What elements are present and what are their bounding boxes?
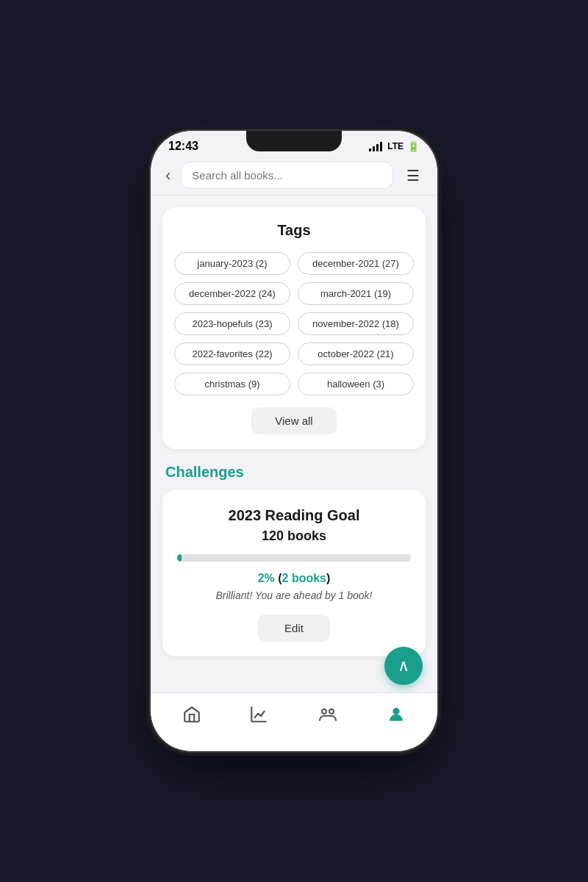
tag-pill[interactable]: november-2022 (18) <box>298 312 414 335</box>
profile-icon <box>387 705 406 728</box>
progress-bar-wrap <box>177 554 411 562</box>
challenge-title: 2023 Reading Goal <box>177 507 411 524</box>
tag-pill[interactable]: halloween (3) <box>298 373 414 395</box>
edit-button[interactable]: Edit <box>258 614 330 642</box>
status-icons: LTE 🔋 <box>369 140 420 152</box>
search-input-wrap <box>181 162 393 189</box>
tag-pill[interactable]: october-2022 (21) <box>298 343 414 365</box>
nav-item-community[interactable] <box>308 700 348 733</box>
nav-item-stats[interactable] <box>240 700 277 733</box>
home-icon <box>182 705 201 728</box>
community-icon <box>317 705 339 728</box>
fab-scroll-top[interactable]: ∧ <box>384 647 423 685</box>
back-button[interactable]: ‹ <box>162 163 173 188</box>
chevron-up-icon: ∧ <box>398 658 409 674</box>
challenge-books: 120 books <box>177 528 411 544</box>
tag-pill[interactable]: march-2021 (19) <box>298 282 414 305</box>
tag-pill[interactable]: december-2022 (24) <box>174 282 290 305</box>
search-input[interactable] <box>192 169 382 182</box>
challenge-card: 2023 Reading Goal 120 books 2% (2 books)… <box>162 490 426 656</box>
tag-pill[interactable]: 2022-favorites (22) <box>174 343 290 365</box>
phone-shell: 12:43 LTE 🔋 ‹ ☰ T <box>151 131 437 751</box>
progress-pct-text: 2% <box>258 572 275 584</box>
tag-pill[interactable]: 2023-hopefuls (23) <box>174 312 290 335</box>
nav-item-profile[interactable] <box>378 700 415 733</box>
progress-pct: 2% (2 books) <box>177 572 411 585</box>
tag-pill[interactable]: christmas (9) <box>174 373 290 395</box>
svg-point-1 <box>329 709 334 714</box>
screen: 12:43 LTE 🔋 ‹ ☰ T <box>151 131 437 751</box>
battery-icon: 🔋 <box>407 140 420 152</box>
bottom-nav <box>151 692 437 751</box>
challenges-section-title: Challenges <box>162 464 426 481</box>
tags-title: Tags <box>174 222 414 239</box>
tags-grid: january-2023 (2) december-2021 (27) dece… <box>174 252 414 395</box>
notch <box>246 131 342 151</box>
progress-bar-fill <box>177 554 182 562</box>
tag-pill[interactable]: january-2023 (2) <box>174 252 290 275</box>
progress-books-link[interactable]: 2 books <box>282 572 326 584</box>
view-all-button[interactable]: View all <box>251 407 336 434</box>
lte-label: LTE <box>387 141 404 151</box>
tags-card: Tags january-2023 (2) december-2021 (27)… <box>162 207 426 449</box>
stats-icon <box>249 705 268 728</box>
svg-point-0 <box>322 709 326 714</box>
progress-message: Brilliant! You are ahead by 1 book! <box>177 589 411 601</box>
menu-button[interactable]: ☰ <box>401 164 426 187</box>
svg-point-2 <box>393 708 400 714</box>
status-time: 12:43 <box>168 140 198 153</box>
tag-pill[interactable]: december-2021 (27) <box>298 252 414 275</box>
search-bar-area: ‹ ☰ <box>151 156 437 196</box>
nav-item-home[interactable] <box>173 700 210 733</box>
signal-icon <box>369 141 382 151</box>
